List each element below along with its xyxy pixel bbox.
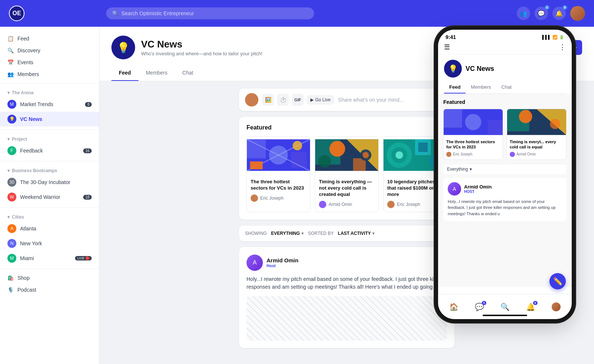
- people-icon-btn[interactable]: 👥: [517, 7, 530, 20]
- showing-filter[interactable]: SHOWING EVERYTHING ▾: [245, 231, 304, 236]
- gif-tool[interactable]: GIF: [292, 94, 304, 106]
- group-info: VC News Who's investing and where—and ho…: [141, 39, 262, 56]
- sidebar-item-events[interactable]: 📅 Events: [0, 56, 99, 68]
- phone-bottom-messages[interactable]: 💬 5: [475, 302, 484, 311]
- svg-rect-21: [418, 142, 428, 152]
- phone-menu-icon[interactable]: ☰: [444, 43, 450, 51]
- plus-icon: +: [572, 43, 577, 52]
- new-york-avatar: N: [7, 239, 16, 248]
- phone-card-2-image: [507, 109, 566, 135]
- user-avatar[interactable]: [570, 6, 585, 21]
- featured-card-1[interactable]: The three hottest sectors for VCs in 202…: [247, 136, 310, 212]
- post-card: A Armid Omin Host Holy...I rewrote my pi…: [239, 247, 454, 348]
- card-3-image: [384, 137, 447, 174]
- fab-compose-button[interactable]: ✏️: [549, 273, 566, 289]
- sidebar-item-weekend-warrior[interactable]: W Weekend Warrior 18: [0, 190, 99, 204]
- bell-icon: 🔔: [555, 10, 563, 17]
- tab-chat[interactable]: Chat: [175, 65, 201, 81]
- sorted-label: SORTED BY: [308, 231, 334, 236]
- clock-tool[interactable]: ⏱️: [277, 94, 289, 106]
- composer-placeholder[interactable]: Share what's on your mind...: [338, 97, 437, 103]
- home-icon: 🏠: [449, 302, 458, 311]
- feedback-badge: 16: [83, 148, 92, 153]
- phone-card-1[interactable]: The three hottest sectors for VCs in 202…: [443, 109, 503, 160]
- sidebar-item-atlanta[interactable]: A Atlanta: [0, 221, 99, 236]
- search-placeholder: Search Optimistic Entrepreneur: [121, 10, 194, 16]
- tab-members[interactable]: Members: [138, 65, 175, 81]
- showing-label: SHOWING: [245, 231, 267, 236]
- bootcamps-section[interactable]: ▾ Business Bootcamps: [0, 164, 99, 175]
- notifications-badge: 9: [562, 5, 567, 10]
- phone-bottom-bell[interactable]: 🔔 9: [526, 302, 535, 311]
- chevron-down-icon-bootcamps: ▾: [7, 168, 10, 173]
- phone-status-icons: ▌▌▌ 📶 🔋: [542, 35, 564, 40]
- phone-card-1-avatar: [446, 152, 451, 157]
- sidebar-item-miami[interactable]: M Miami LIVE 🔴: [0, 251, 99, 266]
- sidebar-item-new-york[interactable]: N New York: [0, 236, 99, 251]
- phone-bottom-search[interactable]: 🔍: [500, 302, 510, 311]
- phone-group-header: 💡 VC News Feed Members Chat: [438, 55, 572, 94]
- sidebar: 📋 Feed 🔍 Discovery 📅 Events 👥 Members ▾ …: [0, 27, 99, 364]
- search-bar[interactable]: 🔍 Search Optimistic Entrepreneur: [106, 7, 314, 19]
- messages-icon-btn[interactable]: 💬 5: [535, 7, 548, 20]
- events-icon: 📅: [7, 59, 14, 65]
- search-icon-bottom: 🔍: [500, 302, 510, 311]
- card-1-title: The three hottest sectors for VCs in 202…: [251, 179, 306, 191]
- sorted-filter[interactable]: SORTED BY LAST ACTIVITY ▾: [308, 231, 375, 236]
- featured-card-3[interactable]: 10 legendary pitches that raised $100M o…: [383, 136, 447, 212]
- new-york-label: New York: [20, 240, 42, 246]
- phone-card-2-body: Timing is everyt... every cold call is e…: [507, 137, 566, 160]
- composer-avatar: [245, 93, 258, 106]
- phone-filter[interactable]: Everything ▾: [443, 164, 567, 174]
- sidebar-item-discovery[interactable]: 🔍 Discovery: [0, 45, 99, 56]
- phone-tab-feed[interactable]: Feed: [444, 81, 466, 94]
- sidebar-item-feedback[interactable]: F Feedback 16: [0, 143, 99, 158]
- podcast-icon: 🎙️: [7, 287, 14, 293]
- card-1-image: [247, 137, 310, 174]
- featured-cards: The three hottest sectors for VCs in 202…: [247, 136, 447, 212]
- card-2-title: Timing is everything — not every cold ca…: [319, 179, 375, 198]
- market-trends-badge: 8: [85, 102, 92, 107]
- phone-tab-members[interactable]: Members: [466, 81, 496, 94]
- phone-messages-badge: 5: [482, 301, 486, 305]
- featured-card-2[interactable]: Timing is everything — not every cold ca…: [315, 136, 379, 212]
- phone-card-2[interactable]: Timing is everyt... every cold call is e…: [507, 109, 567, 160]
- project-label: Project: [12, 137, 27, 142]
- featured-section: Featured: [239, 117, 454, 220]
- phone-bottom-home[interactable]: 🏠: [449, 302, 458, 311]
- phone-post-header: A Armid Omin HOST: [448, 182, 562, 196]
- phone-avatar-icon: [552, 302, 561, 311]
- notifications-icon-btn[interactable]: 🔔 9: [552, 7, 566, 20]
- phone-featured-title: Featured: [443, 99, 567, 105]
- phone-more-icon[interactable]: ⋮: [559, 43, 566, 51]
- bootcamps-label: Business Bootcamps: [12, 168, 57, 173]
- the-arena-section[interactable]: ▾ The Arena: [0, 86, 99, 97]
- cities-section[interactable]: ▾ Cities: [0, 211, 99, 221]
- tab-feed[interactable]: Feed: [111, 65, 138, 81]
- phone-group-logo: 💡: [444, 60, 462, 78]
- sidebar-item-podcast[interactable]: 🎙️ Podcast: [0, 284, 99, 296]
- phone-card-2-title: Timing is everyt... every cold call is e…: [510, 139, 564, 150]
- sidebar-item-members[interactable]: 👥 Members: [0, 68, 99, 80]
- messages-badge: 5: [545, 5, 549, 10]
- sidebar-item-vc-news[interactable]: 💡 VC News: [0, 112, 99, 127]
- sidebar-members-label: Members: [17, 71, 39, 77]
- phone-content: Featured The three hottest sectors for V…: [438, 94, 572, 287]
- feedback-avatar: F: [7, 146, 16, 155]
- phone-bottom-avatar[interactable]: [552, 302, 561, 311]
- image-tool[interactable]: 🖼️: [262, 94, 274, 106]
- card-3-author: Eric Joseph: [387, 201, 443, 208]
- go-live-button[interactable]: ▶ Go Live: [307, 95, 334, 105]
- sidebar-item-market-trends[interactable]: M Market Trends 8: [0, 97, 99, 112]
- svg-rect-25: [444, 109, 462, 128]
- discovery-icon: 🔍: [7, 47, 14, 53]
- phone-tab-chat[interactable]: Chat: [496, 81, 517, 94]
- project-section[interactable]: ▾ Project: [0, 133, 99, 143]
- nav-actions: 👥 💬 5 🔔 9: [517, 6, 585, 21]
- sidebar-item-incubator[interactable]: 30 The 30-Day Incubator: [0, 175, 99, 190]
- vc-news-label: VC News: [20, 116, 42, 122]
- incubator-label: The 30-Day Incubator: [20, 179, 70, 185]
- phone-time: 9:41: [446, 34, 456, 40]
- sidebar-item-feed[interactable]: 📋 Feed: [0, 33, 99, 45]
- sidebar-item-shop[interactable]: 🛍️ Shop: [0, 272, 99, 284]
